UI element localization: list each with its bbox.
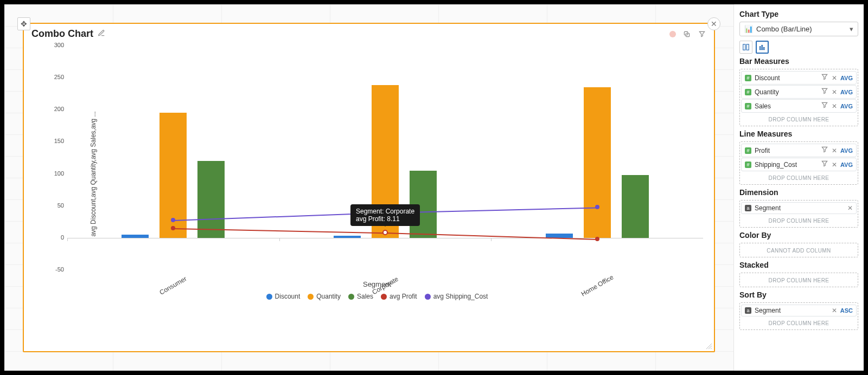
chevron-down-icon: ▾: [850, 25, 853, 33]
legend-item-sales[interactable]: Sales: [348, 293, 373, 300]
pill-discount[interactable]: #Discount ✕AVG: [741, 71, 857, 85]
agg-button[interactable]: AVG: [840, 161, 853, 168]
color-by-label: Color By: [739, 231, 858, 240]
sort-by-dropzone[interactable]: aSegment ✕ASC DROP COLUMN HERE: [739, 302, 858, 330]
filter-icon[interactable]: [821, 101, 828, 111]
mode-table-button[interactable]: [739, 41, 752, 54]
svg-rect-2: [743, 44, 745, 50]
agg-button[interactable]: AVG: [840, 147, 853, 154]
zero-baseline: [67, 238, 703, 238]
pill-quantity[interactable]: #Quantity ✕AVG: [741, 85, 857, 99]
line-measures-label: Line Measures: [739, 130, 858, 138]
remove-icon[interactable]: ✕: [832, 102, 837, 110]
remove-icon[interactable]: ✕: [832, 74, 837, 82]
chart-body: avg Discount,avg Quantity,avg Sales,avg …: [46, 46, 709, 302]
line-point[interactable]: [383, 210, 387, 215]
mode-chart-button[interactable]: [756, 41, 769, 54]
pill-segment-dim[interactable]: aSegment ✕: [741, 202, 857, 214]
drop-hint: DROP COLUMN HERE: [741, 172, 857, 183]
pill-sales[interactable]: #Sales ✕AVG: [741, 99, 857, 113]
bar-quantity[interactable]: [584, 87, 611, 238]
filter-icon[interactable]: [821, 73, 828, 82]
dimension-dropzone[interactable]: aSegment ✕ DROP COLUMN HERE: [739, 200, 858, 228]
remove-icon[interactable]: ✕: [832, 307, 837, 314]
sort-order-button[interactable]: ASC: [840, 307, 853, 314]
close-icon[interactable]: ✕: [707, 17, 720, 30]
bar-quantity[interactable]: [372, 85, 399, 238]
svg-rect-3: [746, 44, 749, 50]
cannot-add-hint: CANNOT ADD COLUMN: [741, 244, 857, 256]
legend: Discount Quantity Sales avg Profit avg S…: [46, 293, 709, 300]
line-point[interactable]: [595, 237, 599, 241]
agg-button[interactable]: AVG: [840, 75, 853, 81]
legend-item-discount[interactable]: Discount: [266, 293, 301, 300]
y-tick-label: 100: [46, 170, 64, 177]
pill-shipping[interactable]: #Shipping_Cost ✕AVG: [741, 158, 857, 171]
bar-sales[interactable]: [197, 161, 225, 238]
remove-icon[interactable]: ✕: [832, 161, 837, 169]
legend-item-shipping[interactable]: avg Shipping_Cost: [425, 293, 488, 300]
bar-discount[interactable]: [122, 235, 149, 238]
drop-hint: DROP COLUMN HERE: [741, 274, 857, 286]
line-point[interactable]: [595, 205, 599, 209]
y-tick-label: 50: [46, 202, 64, 209]
line-measures-dropzone[interactable]: #Profit ✕AVG #Shipping_Cost ✕AVG DROP CO…: [739, 141, 858, 185]
status-dot-icon: [669, 31, 676, 37]
line-point[interactable]: [171, 226, 175, 230]
legend-item-profit[interactable]: avg Profit: [381, 293, 417, 300]
y-tick-label: 250: [46, 74, 64, 80]
chart-card[interactable]: ✥ ✕ Combo Chart: [23, 23, 715, 352]
drop-hint: DROP COLUMN HERE: [741, 215, 857, 226]
plot-area[interactable]: -50050100150200250300ConsumerCorporateHo…: [67, 46, 703, 270]
filter-icon[interactable]: [821, 160, 828, 169]
bar-discount[interactable]: [334, 236, 361, 238]
pill-sort-segment[interactable]: aSegment ✕ASC: [741, 305, 857, 316]
legend-item-quantity[interactable]: Quantity: [308, 293, 341, 300]
pill-profit[interactable]: #Profit ✕AVG: [741, 144, 857, 157]
bar-measures-label: Bar Measures: [739, 57, 858, 66]
y-tick-label: 300: [46, 42, 64, 48]
color-by-dropzone: CANNOT ADD COLUMN: [739, 243, 858, 257]
config-panel: Chart Type 📊Combo (Bar/Line) ▾ Bar Measu…: [733, 4, 864, 371]
chart-type-label: Chart Type: [739, 10, 858, 18]
filter-icon[interactable]: [698, 30, 706, 38]
agg-button[interactable]: AVG: [840, 89, 853, 95]
bar-measures-dropzone[interactable]: #Discount ✕AVG #Quantity ✕AVG #Sales ✕AV…: [739, 69, 858, 126]
dimension-label: Dimension: [739, 188, 858, 197]
remove-icon[interactable]: ✕: [832, 88, 837, 96]
combo-chart-icon: 📊: [744, 25, 753, 33]
edit-title-icon[interactable]: [98, 29, 105, 39]
svg-rect-5: [762, 46, 763, 50]
y-tick-label: -50: [46, 266, 64, 273]
chart-type-select[interactable]: 📊Combo (Bar/Line) ▾: [739, 22, 858, 36]
svg-rect-4: [760, 47, 761, 50]
remove-icon[interactable]: ✕: [832, 147, 837, 154]
sort-by-label: Sort By: [739, 290, 858, 299]
y-tick-label: 200: [46, 106, 64, 112]
drop-hint: DROP COLUMN HERE: [741, 317, 857, 328]
drop-hint: DROP COLUMN HERE: [741, 113, 857, 125]
chart-title: Combo Chart: [31, 28, 93, 40]
y-tick-label: 150: [46, 138, 64, 144]
stacked-dropzone[interactable]: DROP COLUMN HERE: [739, 273, 858, 287]
y-tick-label: 0: [46, 234, 64, 241]
filter-icon[interactable]: [821, 87, 828, 96]
canvas-area: ✥ ✕ Combo Chart: [4, 4, 733, 371]
filter-icon[interactable]: [821, 146, 828, 155]
line-point[interactable]: [171, 218, 175, 222]
svg-rect-6: [763, 48, 764, 50]
stacked-label: Stacked: [739, 261, 858, 269]
copy-icon[interactable]: [682, 30, 691, 38]
bar-sales[interactable]: [622, 175, 649, 238]
remove-icon[interactable]: ✕: [847, 204, 853, 212]
x-axis-label: Segment: [46, 280, 709, 288]
resize-handle-icon[interactable]: [705, 342, 713, 350]
bar-sales[interactable]: [410, 171, 437, 238]
agg-button[interactable]: AVG: [840, 103, 853, 109]
move-handle-icon[interactable]: ✥: [17, 17, 30, 30]
